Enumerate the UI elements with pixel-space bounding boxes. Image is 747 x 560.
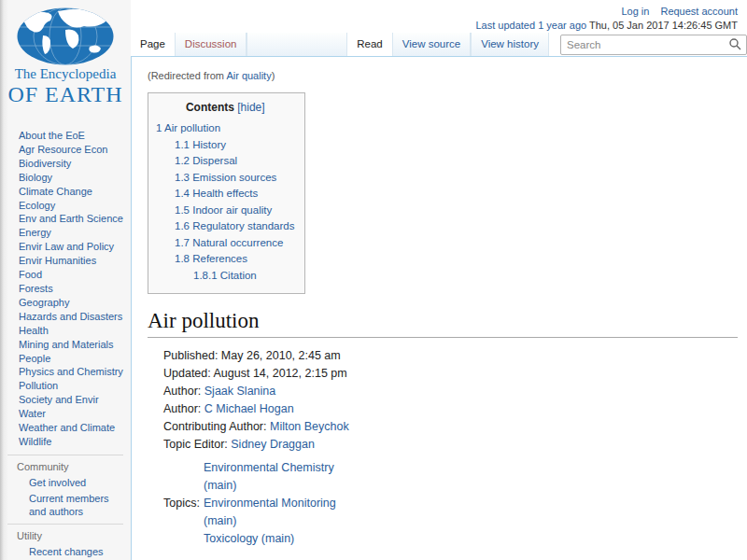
search-icon[interactable] — [728, 37, 741, 50]
tab-read[interactable]: Read — [347, 33, 392, 56]
sidebar-nav-item[interactable]: People — [19, 352, 127, 366]
toc-item[interactable]: 1.3 Emission sources — [156, 170, 295, 187]
community-link-item[interactable]: Get involved — [29, 477, 123, 490]
sidebar-nav-item[interactable]: Health — [19, 324, 127, 338]
sidebar-nav-item[interactable]: Food — [19, 268, 127, 282]
sidebar-nav-item[interactable]: Biodiversity — [19, 157, 127, 171]
personal-bar: Log inRequest account Last updated 1 yea… — [475, 5, 738, 33]
meta-published: Published: May 26, 2010, 2:45 am — [163, 347, 738, 365]
sidebar-nav-item[interactable]: Env and Earth Science — [19, 212, 127, 226]
community-link-item[interactable]: Current members and authors — [29, 493, 123, 518]
sidebar-section-utility: Utility Recent changesHelp — [7, 524, 123, 560]
meta-updated: Updated: August 14, 2012, 2:15 pm — [163, 365, 738, 383]
sidebar-nav-item[interactable]: Wildlife — [19, 435, 127, 449]
sidebar-nav-item[interactable]: Energy — [19, 226, 127, 240]
sidebar-nav-item[interactable]: Weather and Climate — [19, 421, 127, 435]
login-link[interactable]: Log in — [621, 6, 649, 17]
utility-section-title: Utility — [7, 529, 123, 542]
redirect-note: (Redirected from Air quality) — [148, 70, 738, 81]
search-input[interactable] — [560, 35, 747, 55]
sidebar-nav-item[interactable]: Society and Envir — [19, 393, 127, 407]
last-updated-timestamp: Thu, 05 Jan 2017 14:26:45 GMT — [589, 20, 738, 31]
sidebar-nav-item[interactable]: Climate Change — [19, 185, 127, 199]
sidebar-nav-item[interactable]: Ecology — [19, 199, 127, 213]
meta-topic-editor: Topic Editor: Sidney Draggan — [163, 436, 738, 454]
toc-item[interactable]: 1.8 References — [156, 251, 295, 268]
sidebar-nav-item[interactable]: About the EoE — [19, 129, 127, 143]
toc-item[interactable]: 1.4 Health effects — [156, 186, 295, 203]
community-section-title: Community — [7, 460, 123, 473]
sidebar-nav-item[interactable]: Pollution — [19, 379, 127, 393]
tab-discussion[interactable]: Discussion — [175, 33, 247, 56]
sidebar-nav-item[interactable]: Mining and Materials — [19, 338, 127, 352]
topics-label: Topics: — [163, 495, 200, 512]
sidebar: The Encyclopedia OF EARTH About the EoEA… — [0, 0, 131, 560]
globe-icon — [17, 7, 114, 65]
meta-contributing-author: Contributing Author: Milton Beychok — [163, 418, 738, 436]
request-account-link[interactable]: Request account — [660, 6, 738, 17]
logo-text-line2: OF EARTH — [0, 82, 131, 106]
sidebar-nav-item[interactable]: Forests — [19, 282, 127, 296]
toc-item[interactable]: 1.1 History — [156, 137, 295, 154]
toc-title: Contents — [186, 101, 234, 114]
toc-item[interactable]: 1.5 Indoor air quality — [156, 203, 295, 219]
toc-hide-toggle[interactable]: [hide] — [237, 101, 264, 114]
topic-link-item[interactable]: Environmental Monitoring (main) — [204, 495, 344, 530]
toc-item[interactable]: 1.6 Regulatory standards — [156, 218, 295, 235]
sidebar-nav-item[interactable]: Physics and Chemistry — [19, 365, 127, 379]
topic-link-item[interactable]: Environmental Chemistry (main) — [204, 459, 344, 495]
topic-link-item[interactable]: Toxicology (main) — [204, 530, 344, 548]
toc-item[interactable]: 1 Air pollution — [156, 120, 295, 137]
last-updated-link[interactable]: Last updated 1 year ago — [475, 20, 586, 31]
topics-list: Environmental Chemistry (main)Environmen… — [204, 459, 344, 548]
topic-editor-link[interactable]: Sidney Draggan — [231, 438, 315, 451]
site-logo[interactable]: The Encyclopedia OF EARTH — [0, 0, 131, 106]
author-link[interactable]: Sjaak Slanina — [204, 385, 275, 398]
sidebar-nav-item[interactable]: Biology — [19, 171, 127, 185]
toc-item[interactable]: 1.8.1 Citation — [156, 268, 295, 285]
topics-row: Topics: Environmental Chemistry (main)En… — [163, 459, 738, 548]
meta-author-1: Author: Sjaak Slanina — [163, 383, 738, 400]
main-area: Log inRequest account Last updated 1 yea… — [131, 0, 747, 560]
utility-link-item[interactable]: Recent changes — [29, 546, 123, 559]
community-links: Get involvedCurrent members and authors — [7, 477, 123, 519]
author-link[interactable]: C Michael Hogan — [204, 402, 294, 415]
toc-item[interactable]: 1.2 Dispersal — [156, 153, 295, 170]
meta-author-2: Author: C Michael Hogan — [163, 400, 738, 418]
sidebar-section-community: Community Get involvedCurrent members an… — [7, 455, 123, 519]
contributing-author-link[interactable]: Milton Beychok — [270, 420, 349, 433]
tab-gap — [247, 33, 347, 56]
tab-view-history[interactable]: View history — [471, 33, 549, 56]
utility-links: Recent changesHelp — [7, 546, 123, 560]
tab-page[interactable]: Page — [131, 33, 175, 56]
search-zone — [549, 33, 747, 56]
sidebar-nav-item[interactable]: Envir Humanities — [19, 254, 127, 268]
tab-strip: Page Discussion Read View source View hi… — [131, 33, 747, 57]
sidebar-nav-item[interactable]: Agr Resource Econ — [19, 143, 127, 157]
article-meta: Published: May 26, 2010, 2:45 am Updated… — [163, 347, 738, 454]
sidebar-nav-item[interactable]: Envir Law and Policy — [19, 240, 127, 254]
article-content: (Redirected from Air quality) Contents [… — [131, 57, 747, 560]
sidebar-nav-item[interactable]: Geography — [19, 296, 127, 310]
logo-text-line1: The Encyclopedia — [0, 65, 131, 82]
sidebar-nav-item[interactable]: Water — [19, 407, 127, 421]
tab-view-source[interactable]: View source — [392, 33, 471, 56]
table-of-contents: Contents [hide] 1 Air pollution 1.1 Hist… — [148, 92, 305, 294]
toc-item[interactable]: 1.7 Natural occurrence — [156, 235, 295, 252]
sidebar-nav: About the EoEAgr Resource EconBiodiversi… — [0, 129, 131, 449]
page-title: Air pollution — [148, 309, 738, 338]
sidebar-nav-item[interactable]: Hazards and Disasters — [19, 310, 127, 324]
redirect-link[interactable]: Air quality — [226, 70, 271, 81]
